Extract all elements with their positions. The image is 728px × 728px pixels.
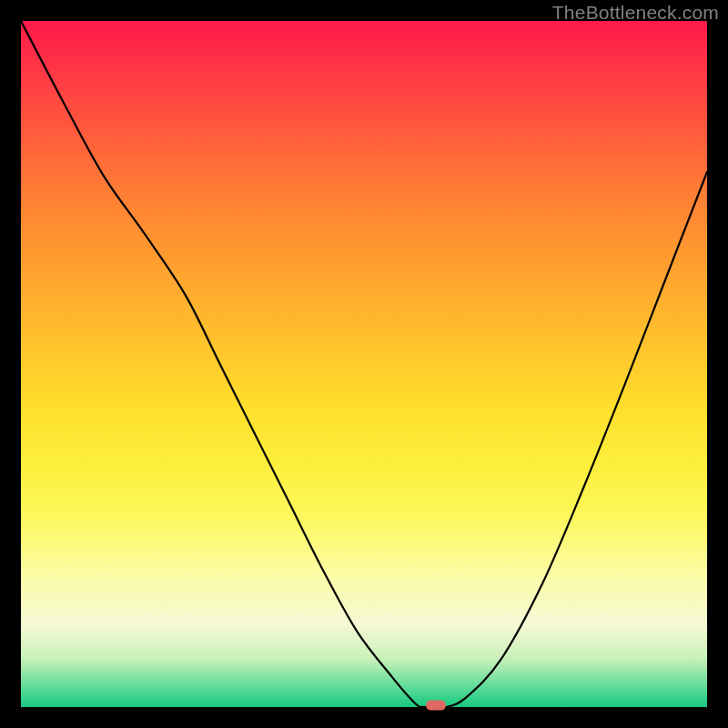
curve-path <box>21 21 707 707</box>
watermark-text: TheBottleneck.com <box>552 2 719 24</box>
chart-frame: TheBottleneck.com <box>0 0 728 728</box>
bottleneck-curve <box>21 21 707 707</box>
plot-area <box>21 21 707 707</box>
optimal-marker <box>426 700 446 710</box>
